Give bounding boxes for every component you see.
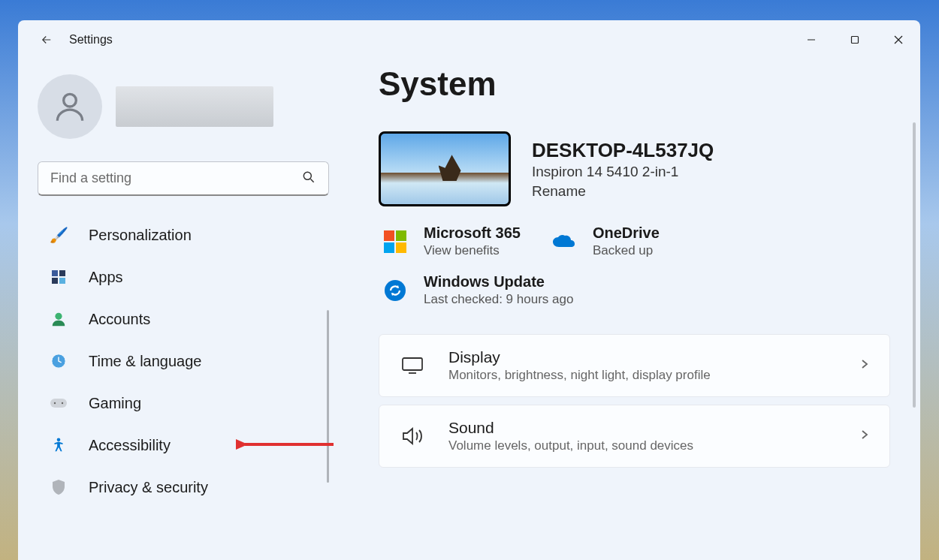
card-sound[interactable]: Sound Volume levels, output, input, soun… [379, 405, 890, 468]
status-sub: Backed up [593, 243, 660, 258]
sidebar-item-apps[interactable]: Apps [38, 256, 329, 298]
svg-point-16 [62, 402, 63, 404]
device-model: Inspiron 14 5410 2-in-1 [532, 164, 714, 180]
avatar [38, 74, 102, 139]
display-icon [399, 352, 426, 379]
svg-rect-14 [50, 399, 67, 408]
svg-rect-8 [59, 270, 65, 276]
page-title: System [379, 65, 890, 103]
svg-point-4 [64, 94, 77, 107]
sidebar-item-gaming[interactable]: Gaming [38, 382, 329, 424]
sidebar-item-label: Time & language [89, 353, 201, 370]
status-sub: Last checked: 9 hours ago [424, 292, 573, 307]
svg-point-5 [303, 172, 311, 179]
minimize-button[interactable] [790, 25, 833, 55]
svg-point-11 [55, 313, 62, 320]
sidebar-item-label: Accounts [89, 311, 150, 328]
card-sub: Volume levels, output, input, sound devi… [448, 438, 693, 453]
svg-rect-9 [52, 278, 58, 284]
privacy-icon [48, 477, 69, 498]
card-sub: Monitors, brightness, night light, displ… [448, 368, 711, 383]
windows-update-icon [382, 277, 409, 304]
svg-line-6 [311, 179, 314, 182]
svg-rect-10 [59, 278, 65, 284]
search-box[interactable] [38, 161, 329, 196]
sidebar-item-personalization[interactable]: 🖌️ Personalization [38, 214, 329, 256]
microsoft365-icon [382, 228, 409, 255]
accounts-icon [48, 309, 69, 330]
sidebar-item-label: Privacy & security [89, 479, 208, 496]
window-controls [790, 25, 920, 55]
accessibility-icon [48, 435, 69, 456]
search-icon [301, 170, 316, 188]
sidebar-item-label: Apps [89, 269, 123, 286]
sidebar-item-accessibility[interactable]: Accessibility [38, 424, 329, 466]
status-tiles-2: Windows Update Last checked: 9 hours ago [379, 273, 890, 307]
time-language-icon [48, 351, 69, 372]
chevron-right-icon [859, 359, 870, 372]
main-panel: System DESKTOP-4L537JQ Inspiron 14 5410 … [349, 59, 920, 560]
personalization-icon: 🖌️ [48, 224, 69, 245]
search-input[interactable] [50, 170, 301, 186]
svg-rect-20 [403, 358, 422, 370]
device-thumbnail[interactable] [379, 131, 511, 206]
sidebar-scrollbar[interactable] [327, 310, 329, 483]
card-title: Sound [448, 419, 693, 437]
status-title: OneDrive [593, 224, 660, 242]
sidebar: 🖌️ Personalization Apps Accounts Time & … [18, 59, 349, 560]
settings-window: Settings 🖌️ Personalization [18, 20, 920, 560]
device-name: DESKTOP-4L537JQ [532, 139, 714, 162]
svg-point-15 [54, 402, 56, 404]
user-name-placeholder [116, 86, 273, 127]
svg-point-19 [385, 280, 406, 301]
status-onedrive[interactable]: OneDrive Backed up [551, 224, 660, 258]
onedrive-icon [551, 228, 578, 255]
sidebar-item-time-language[interactable]: Time & language [38, 340, 329, 382]
sidebar-item-accounts[interactable]: Accounts [38, 298, 329, 340]
titlebar: Settings [18, 20, 920, 59]
svg-rect-1 [852, 37, 859, 44]
window-title: Settings [69, 33, 113, 47]
status-windows-update[interactable]: Windows Update Last checked: 9 hours ago [382, 273, 573, 307]
rename-link[interactable]: Rename [532, 183, 714, 200]
navigation-list: 🖌️ Personalization Apps Accounts Time & … [38, 214, 329, 560]
maximize-button[interactable] [833, 25, 877, 55]
sound-icon [399, 423, 426, 450]
content-area: 🖌️ Personalization Apps Accounts Time & … [18, 59, 920, 560]
card-display[interactable]: Display Monitors, brightness, night ligh… [379, 334, 890, 397]
sidebar-item-label: Personalization [89, 227, 192, 244]
sidebar-item-label: Gaming [89, 395, 141, 412]
status-tiles: Microsoft 365 View benefits OneDrive Bac… [379, 224, 890, 258]
svg-rect-7 [52, 270, 58, 276]
svg-point-17 [57, 438, 61, 441]
status-title: Microsoft 365 [424, 224, 521, 242]
sidebar-item-privacy[interactable]: Privacy & security [38, 466, 329, 508]
sidebar-item-label: Accessibility [89, 437, 171, 454]
close-button[interactable] [877, 25, 920, 55]
status-microsoft365[interactable]: Microsoft 365 View benefits [382, 224, 521, 258]
main-scrollbar[interactable] [913, 122, 916, 408]
back-button[interactable] [32, 25, 62, 55]
chevron-right-icon [859, 429, 870, 443]
user-profile[interactable] [38, 74, 329, 139]
status-sub: View benefits [424, 243, 521, 258]
card-title: Display [448, 348, 711, 366]
apps-icon [48, 266, 69, 288]
device-summary: DESKTOP-4L537JQ Inspiron 14 5410 2-in-1 … [379, 131, 890, 206]
gaming-icon [48, 393, 69, 414]
status-title: Windows Update [424, 273, 573, 291]
